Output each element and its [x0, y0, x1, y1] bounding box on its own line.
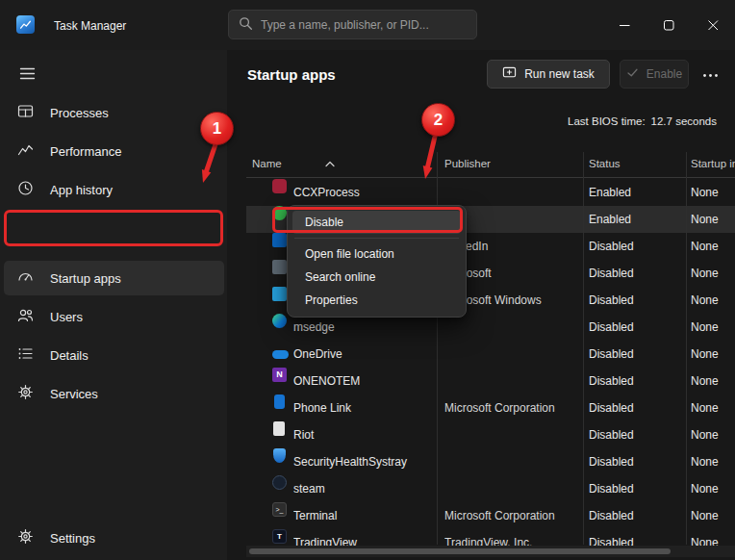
table-row-onenotem[interactable]: ONENOTEM Disabled None — [246, 368, 735, 395]
row-impact: None — [691, 314, 735, 341]
run-new-task-button[interactable]: Run new task — [487, 60, 610, 89]
row-status: Disabled — [589, 287, 685, 314]
row-impact: None — [691, 448, 735, 475]
sidebar-item-label: Performance — [50, 144, 121, 159]
row-impact: None — [691, 421, 735, 448]
row-impact: None — [691, 179, 735, 206]
linkedin-app-icon — [272, 233, 287, 247]
sort-ascending-icon — [325, 158, 335, 169]
row-status: Disabled — [589, 233, 685, 260]
edge-app-icon — [272, 314, 287, 328]
column-header-status[interactable]: Status — [589, 158, 621, 169]
row-impact: None — [691, 341, 735, 368]
row-status: Enabled — [589, 179, 685, 206]
row-status: Disabled — [589, 314, 685, 341]
settings-icon — [17, 528, 34, 547]
horizontal-scrollbar[interactable] — [246, 546, 735, 557]
menu-item-disable[interactable]: Disable — [292, 211, 461, 234]
sidebar-item-details[interactable]: Details — [4, 338, 224, 372]
sidebar-item-startup-apps[interactable]: Startup apps — [4, 261, 224, 295]
sidebar-item-label: Details — [50, 348, 89, 363]
row-status: Disabled — [589, 421, 685, 448]
table-row-riot[interactable]: Riot Disabled None — [246, 421, 735, 448]
row-impact: None — [691, 368, 735, 395]
sidebar-item-label: Services — [50, 387, 98, 401]
row-status: Disabled — [589, 475, 685, 502]
row-name: OneDrive — [293, 341, 438, 368]
menu-separator — [294, 238, 459, 239]
titlebar: Task Manager — [0, 0, 735, 50]
terminal-app-icon — [272, 502, 287, 517]
processes-icon — [17, 103, 34, 122]
table-row-phone-link[interactable]: Phone Link Microsoft Corporation Disable… — [246, 395, 735, 421]
table-row-securityhealthsystray[interactable]: SecurityHealthSystray Disabled None — [246, 448, 735, 475]
search-icon — [239, 16, 253, 34]
sidebar-item-settings[interactable]: Settings — [4, 521, 224, 555]
row-status: Disabled — [589, 502, 685, 529]
maximize-button[interactable] — [646, 0, 691, 50]
row-impact: None — [691, 502, 735, 529]
row-name: steam — [293, 475, 438, 502]
search-input[interactable] — [261, 18, 467, 32]
details-icon — [17, 345, 34, 365]
row-name: Terminal — [293, 502, 438, 529]
row-impact: None — [691, 206, 735, 233]
scrollbar-thumb[interactable] — [249, 548, 671, 554]
sidebar-item-services[interactable]: Services — [4, 376, 224, 411]
row-impact: None — [691, 395, 735, 421]
users-icon — [17, 307, 34, 326]
menu-item-search-online[interactable]: Search online — [292, 266, 461, 289]
run-new-task-label: Run new task — [524, 67, 595, 81]
row-name: Riot — [293, 421, 438, 448]
sidebar-item-processes[interactable]: Processes — [4, 95, 224, 130]
app-history-icon — [17, 180, 34, 199]
row-status: Disabled — [589, 341, 685, 368]
close-button[interactable] — [691, 0, 735, 50]
sidebar-item-performance[interactable]: Performance — [4, 134, 224, 168]
task-manager-logo-icon — [16, 15, 35, 34]
onenote-app-icon — [272, 368, 287, 382]
sidebar-item-label: Users — [50, 310, 83, 324]
row-publisher: Microsoft Corporation — [444, 395, 585, 421]
task-manager-window: Task Manager — [0, 0, 735, 560]
sidebar-item-label: Settings — [50, 531, 95, 546]
row-name: SecurityHealthSystray — [293, 448, 438, 475]
column-header-publisher[interactable]: Publisher — [444, 158, 491, 169]
more-options-button[interactable] — [695, 60, 725, 89]
menu-item-properties[interactable]: Properties — [292, 289, 461, 312]
navigation-menu-button[interactable] — [10, 60, 44, 90]
riot-app-icon — [273, 421, 285, 436]
tradingview-app-icon — [272, 529, 287, 544]
table-header-divider — [246, 177, 735, 178]
search-box[interactable] — [228, 10, 477, 39]
row-name: Phone Link — [293, 395, 438, 421]
sidebar-item-app-history[interactable]: App history — [4, 172, 224, 207]
last-bios-time: Last BIOS time:12.7 seconds — [568, 115, 717, 127]
sidebar: Processes Performance App history — [0, 50, 227, 560]
last-bios-value: 12.7 seconds — [651, 115, 717, 127]
table-row-onedrive[interactable]: OneDrive Disabled None — [246, 341, 735, 368]
steam-app-icon — [272, 475, 287, 490]
performance-icon — [17, 141, 34, 161]
sidebar-item-users[interactable]: Users — [4, 299, 224, 334]
onedrive-app-icon — [272, 350, 289, 359]
security-shield-app-icon — [273, 448, 286, 463]
window-title: Task Manager — [54, 19, 126, 33]
enable-button[interactable]: Enable — [620, 60, 689, 89]
table-row-terminal[interactable]: Terminal Microsoft Corporation Disabled … — [246, 502, 735, 529]
table-row-ccxprocess[interactable]: CCXProcess Enabled None — [246, 179, 735, 206]
row-status: Enabled — [589, 206, 685, 233]
more-options-icon — [702, 67, 719, 81]
sidebar-item-label: Startup apps — [50, 271, 121, 286]
services-icon — [17, 384, 34, 403]
row-status: Disabled — [589, 260, 685, 287]
menu-item-open-file-location[interactable]: Open file location — [292, 242, 461, 266]
column-header-startup-impact[interactable]: Startup impact — [691, 158, 735, 169]
table-row-steam[interactable]: steam Disabled None — [246, 475, 735, 502]
windows-app-icon — [272, 287, 287, 301]
table-row-msedge[interactable]: msedge Disabled None — [246, 314, 735, 341]
column-header-name[interactable]: Name — [252, 158, 282, 169]
minimize-button[interactable] — [602, 0, 646, 50]
context-menu: Disable Open file location Search online… — [287, 205, 467, 318]
column-separator — [583, 152, 584, 545]
